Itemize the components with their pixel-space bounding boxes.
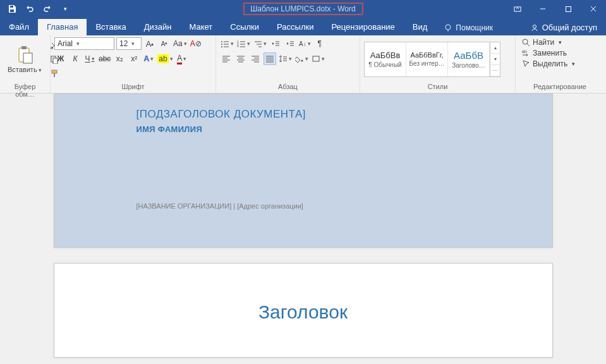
text-effects-button[interactable]: A bbox=[142, 52, 155, 65]
tab-file[interactable]: Файл bbox=[0, 19, 38, 35]
window-title: Шаблон LUMPICS.dotx - Word bbox=[243, 3, 363, 15]
quick-access-toolbar: ▾ bbox=[0, 1, 73, 17]
group-editing: Найти▾ ab Заменить Выделить▾ Редактирова… bbox=[516, 35, 604, 93]
group-paragraph: 123 A↓ ¶ Абзац bbox=[216, 35, 360, 93]
svg-rect-9 bbox=[23, 53, 32, 63]
share-button[interactable]: Общий доступ bbox=[521, 20, 606, 35]
maximize-button[interactable] bbox=[555, 0, 581, 18]
find-button[interactable]: Найти▾ bbox=[519, 37, 564, 47]
placeholder-subtitle[interactable]: [ПОДЗАГОЛОВОК ДОКУМЕНТА] bbox=[136, 108, 527, 121]
tab-insert[interactable]: Вставка bbox=[87, 19, 135, 35]
document-page-1[interactable]: [ПОДЗАГОЛОВОК ДОКУМЕНТА] ИМЯ ФАМИЛИЯ [НА… bbox=[54, 94, 553, 248]
strikethrough-button[interactable]: abc bbox=[98, 52, 111, 65]
align-right-button[interactable] bbox=[249, 52, 262, 65]
gallery-up[interactable]: ▴ bbox=[490, 42, 500, 54]
bullets-icon bbox=[221, 40, 229, 47]
tab-home[interactable]: Главная bbox=[38, 19, 87, 35]
select-button[interactable]: Выделить▾ bbox=[519, 59, 577, 69]
bucket-icon bbox=[295, 55, 304, 63]
svg-point-20 bbox=[221, 46, 222, 47]
window-title-area: Шаблон LUMPICS.dotx - Word bbox=[243, 3, 363, 15]
svg-text:ab: ab bbox=[522, 49, 527, 54]
shrink-font-button[interactable]: A▾ bbox=[158, 37, 171, 50]
bold-button[interactable]: Ж bbox=[54, 52, 67, 65]
font-name-select[interactable]: Arial▾ bbox=[54, 37, 114, 50]
align-center-button[interactable] bbox=[234, 52, 247, 65]
style-heading1[interactable]: АаБбВ Заголово… bbox=[448, 42, 490, 76]
document-workspace[interactable]: [ПОДЗАГОЛОВОК ДОКУМЕНТА] ИМЯ ФАМИЛИЯ [НА… bbox=[0, 94, 606, 364]
sort-button[interactable]: A↓ bbox=[298, 37, 312, 50]
undo-button[interactable] bbox=[21, 1, 38, 17]
clipboard-icon bbox=[16, 46, 33, 64]
show-marks-button[interactable]: ¶ bbox=[313, 37, 326, 50]
placeholder-heading[interactable]: Заголовок bbox=[80, 301, 527, 323]
multilevel-icon bbox=[253, 40, 262, 47]
svg-point-16 bbox=[221, 41, 222, 42]
line-spacing-button[interactable] bbox=[278, 52, 293, 65]
minimize-button[interactable] bbox=[530, 0, 555, 18]
increase-indent-button[interactable] bbox=[284, 37, 296, 50]
qat-customize[interactable]: ▾ bbox=[57, 1, 73, 17]
style-no-spacing[interactable]: АаБбВвГг, Без интер… bbox=[406, 42, 448, 76]
highlight-button[interactable]: ab bbox=[157, 52, 173, 65]
align-left-button[interactable] bbox=[220, 52, 233, 65]
close-button[interactable] bbox=[581, 0, 606, 18]
svg-point-18 bbox=[221, 44, 222, 45]
clear-formatting-button[interactable]: A⊘ bbox=[190, 37, 202, 50]
tab-layout[interactable]: Макет bbox=[180, 19, 221, 35]
group-label-editing: Редактирование bbox=[516, 83, 604, 93]
group-clipboard: Вставить Буфер обм… bbox=[0, 35, 51, 93]
numbering-icon: 123 bbox=[237, 40, 246, 47]
subscript-button[interactable]: x₂ bbox=[113, 52, 126, 65]
placeholder-author[interactable]: ИМЯ ФАМИЛИЯ bbox=[136, 124, 527, 134]
tab-mailings[interactable]: Рассылки bbox=[268, 19, 322, 35]
tab-review[interactable]: Рецензирование bbox=[322, 19, 403, 35]
redo-button[interactable] bbox=[39, 1, 56, 17]
titlebar: ▾ Шаблон LUMPICS.dotx - Word bbox=[0, 0, 606, 18]
save-button[interactable] bbox=[4, 1, 20, 17]
gallery-more[interactable]: ⋯ bbox=[490, 65, 500, 76]
tab-design[interactable]: Дизайн bbox=[135, 19, 181, 35]
gallery-down[interactable]: ▾ bbox=[490, 54, 500, 65]
share-icon bbox=[530, 23, 539, 32]
ribbon: Вставить Буфер обм… Arial▾ 12▾ A▴ A▾ Aa … bbox=[0, 35, 606, 94]
paste-button[interactable]: Вставить bbox=[4, 44, 45, 75]
svg-rect-0 bbox=[10, 9, 14, 12]
svg-line-59 bbox=[527, 44, 530, 46]
font-color-button[interactable]: A bbox=[176, 52, 188, 65]
document-page-2[interactable]: Заголовок bbox=[54, 263, 553, 358]
tab-view[interactable]: Вид bbox=[404, 19, 437, 35]
justify-button[interactable] bbox=[264, 52, 276, 65]
underline-button[interactable]: Ч bbox=[83, 52, 96, 65]
replace-icon: ab bbox=[521, 49, 530, 58]
svg-rect-8 bbox=[21, 46, 27, 49]
search-icon bbox=[521, 38, 530, 47]
numbering-button[interactable]: 123 bbox=[236, 37, 251, 50]
style-normal[interactable]: АаБбВв ¶ Обычный bbox=[365, 42, 406, 76]
svg-point-4 bbox=[445, 25, 451, 30]
svg-text:3: 3 bbox=[237, 45, 239, 47]
svg-point-58 bbox=[523, 39, 528, 44]
borders-button[interactable] bbox=[311, 52, 325, 65]
group-label-paragraph: Абзац bbox=[216, 83, 360, 93]
bullets-button[interactable] bbox=[220, 37, 234, 50]
decrease-indent-button[interactable] bbox=[269, 37, 282, 50]
shading-button[interactable] bbox=[294, 52, 309, 65]
multilevel-list-button[interactable] bbox=[253, 37, 267, 50]
tell-me[interactable]: Помощник bbox=[436, 20, 500, 35]
svg-point-56 bbox=[301, 60, 303, 62]
change-case-button[interactable]: Aa bbox=[173, 37, 188, 50]
tab-references[interactable]: Ссылки bbox=[221, 19, 268, 35]
lightbulb-icon bbox=[444, 23, 452, 32]
italic-button[interactable]: К bbox=[69, 52, 82, 65]
placeholder-footer[interactable]: [НАЗВАНИЕ ОРГАНИЗАЦИИ] | [Адрес организа… bbox=[136, 202, 527, 210]
superscript-button[interactable]: x² bbox=[128, 52, 140, 65]
grow-font-button[interactable]: A▴ bbox=[143, 37, 156, 50]
group-label-styles: Стили bbox=[360, 83, 515, 93]
group-label-clipboard: Буфер обм… bbox=[0, 83, 50, 93]
font-size-select[interactable]: 12▾ bbox=[116, 37, 142, 50]
styles-gallery: АаБбВв ¶ Обычный АаБбВвГг, Без интер… Аа… bbox=[364, 42, 500, 77]
group-styles: АаБбВв ¶ Обычный АаБбВвГг, Без интер… Аа… bbox=[360, 35, 516, 93]
ribbon-display-options[interactable] bbox=[505, 0, 530, 18]
replace-button[interactable]: ab Заменить bbox=[519, 48, 569, 58]
